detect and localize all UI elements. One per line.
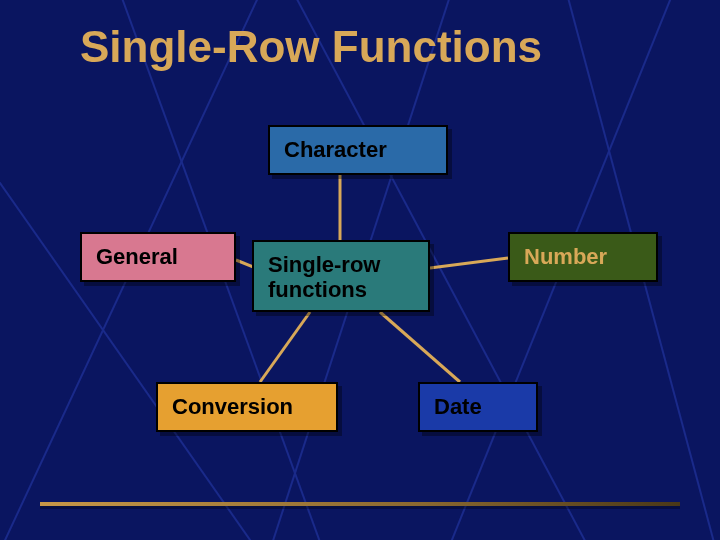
footer-bar [40,502,680,506]
node-conversion: Conversion [156,382,338,432]
node-center: Single-row functions [252,240,430,312]
node-label-line1: Single-row [268,252,380,277]
node-label: Date [434,394,482,419]
svg-line-4 [380,312,460,382]
node-general: General [80,232,236,282]
node-label: General [96,244,178,269]
slide-title: Single-Row Functions [80,22,542,72]
node-label: Character [284,137,387,162]
node-label: Number [524,244,607,269]
node-label-line2: functions [268,277,367,302]
svg-line-2 [430,258,508,268]
node-number: Number [508,232,658,282]
svg-line-3 [260,312,310,382]
node-character: Character [268,125,448,175]
node-label: Conversion [172,394,293,419]
node-date: Date [418,382,538,432]
